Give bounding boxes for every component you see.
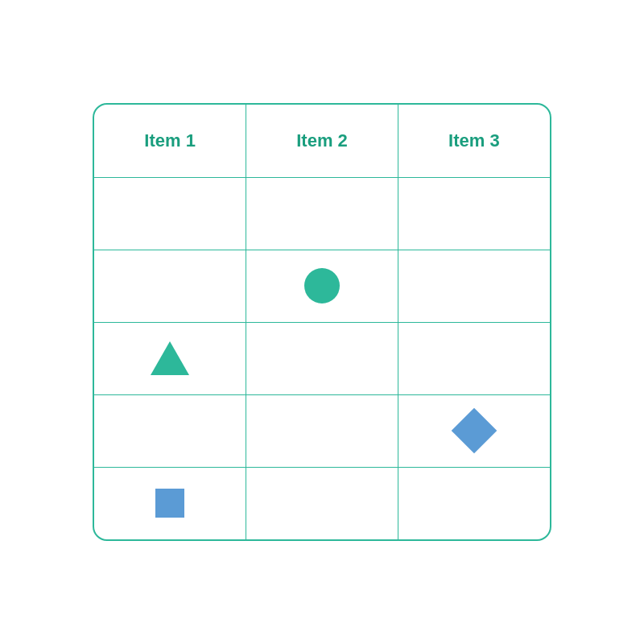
cell-r1-c2 [246, 177, 398, 250]
header-item2: Item 2 [246, 105, 398, 177]
cell-r2-c2 [246, 250, 398, 322]
diamond-container [398, 395, 550, 467]
table-row [94, 250, 550, 322]
cell-r2-c3 [398, 250, 550, 322]
header-item1: Item 1 [94, 105, 246, 177]
cell-r4-c2 [246, 394, 398, 467]
table-row [94, 394, 550, 467]
cell-r1-c1 [94, 177, 246, 250]
cell-r5-c1 [94, 467, 246, 539]
cell-r3-c3 [398, 322, 550, 394]
triangle-shape [151, 341, 189, 375]
cell-r3-c1 [94, 322, 246, 394]
square-shape [155, 489, 184, 518]
triangle-container [94, 323, 246, 394]
cell-r5-c2 [246, 467, 398, 539]
cell-r2-c1 [94, 250, 246, 322]
circle-container [246, 250, 398, 322]
header-item3: Item 3 [398, 105, 550, 177]
table-row [94, 467, 550, 539]
cell-r4-c1 [94, 394, 246, 467]
cell-r1-c3 [398, 177, 550, 250]
main-table-container: Item 1 Item 2 Item 3 [93, 103, 551, 541]
square-container [94, 468, 246, 540]
cell-r5-c3 [398, 467, 550, 539]
table-row [94, 322, 550, 394]
data-table: Item 1 Item 2 Item 3 [94, 105, 550, 539]
header-row: Item 1 Item 2 Item 3 [94, 105, 550, 177]
diamond-shape [452, 408, 497, 454]
circle-shape [304, 268, 340, 303]
cell-r4-c3 [398, 394, 550, 467]
table-row [94, 177, 550, 250]
cell-r3-c2 [246, 322, 398, 394]
